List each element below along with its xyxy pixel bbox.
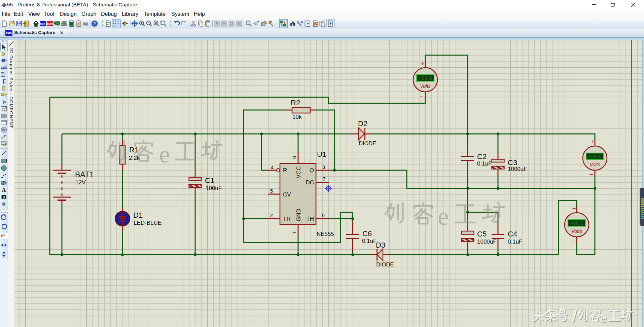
svg-text:e: e [438, 203, 449, 230]
svg-text:10k: 10k [292, 114, 302, 120]
svg-text:7: 7 [323, 176, 325, 182]
svg-text:Q: Q [310, 167, 314, 174]
svg-text:1: 1 [291, 231, 297, 234]
svg-text:8: 8 [291, 156, 297, 159]
svg-text:isis: isis [6, 31, 12, 35]
svg-text:100uF: 100uF [206, 185, 222, 191]
svg-text:C5: C5 [477, 230, 487, 238]
svg-text:C4: C4 [508, 230, 517, 238]
svg-text:−: − [420, 93, 423, 100]
svg-text:DIODE: DIODE [376, 261, 394, 267]
svg-text:Volts: Volts [589, 162, 600, 167]
svg-text:R2: R2 [291, 99, 300, 107]
svg-text:+: + [590, 138, 594, 145]
svg-text:4: 4 [271, 165, 274, 170]
svg-text:D3: D3 [376, 241, 385, 249]
svg-text:VCC: VCC [295, 166, 302, 178]
svg-text:C6: C6 [362, 229, 372, 238]
svg-text:D2: D2 [358, 119, 367, 128]
svg-text:TH: TH [306, 216, 314, 222]
svg-text:+88.8: +88.8 [588, 153, 602, 159]
svg-text:A: A [2, 187, 6, 193]
svg-text:C2: C2 [477, 152, 487, 161]
svg-text:isis: isis [40, 22, 45, 25]
svg-text:−: − [571, 238, 575, 245]
svg-text:+: + [572, 205, 576, 212]
svg-text:+88.8: +88.8 [419, 75, 432, 81]
svg-text:BAT1: BAT1 [75, 170, 94, 179]
svg-text:e: e [159, 141, 170, 168]
svg-text:ARES: ARES [47, 22, 53, 25]
svg-text:CV: CV [283, 191, 291, 198]
svg-text:1000uF: 1000uF [508, 166, 527, 172]
svg-text:U1: U1 [317, 150, 326, 158]
svg-text:DC: DC [306, 179, 314, 186]
svg-text:5: 5 [270, 188, 273, 194]
svg-text:S: S [3, 195, 5, 199]
svg-text:GND: GND [295, 209, 302, 221]
svg-text:0.1uF: 0.1uF [508, 239, 522, 245]
svg-text:Volts: Volts [571, 228, 582, 234]
svg-text:TR: TR [283, 216, 291, 222]
svg-text:$: $ [78, 22, 80, 26]
svg-text:0.1uF: 0.1uF [362, 238, 377, 244]
svg-text:NE555: NE555 [317, 231, 334, 237]
svg-text:12V: 12V [75, 179, 86, 186]
svg-text:LBL: LBL [1, 66, 7, 69]
svg-text:R: R [283, 167, 287, 174]
svg-text:+: + [421, 60, 424, 67]
svg-text:OSSU: OSSU [82, 24, 88, 26]
svg-text:C1: C1 [205, 176, 214, 185]
svg-text:D1: D1 [133, 211, 143, 219]
svg-text:6: 6 [322, 212, 325, 218]
svg-text:DIODE: DIODE [359, 140, 376, 146]
svg-text:−: − [589, 171, 593, 178]
svg-text:Volts: Volts [420, 83, 431, 89]
svg-text:e: e [600, 310, 607, 325]
svg-text:1000uF: 1000uF [477, 239, 497, 245]
svg-text:3: 3 [322, 164, 325, 170]
svg-text:0.1uF: 0.1uF [477, 160, 492, 167]
svg-text:2: 2 [270, 212, 273, 218]
svg-text:LED-BLUE: LED-BLUE [134, 220, 162, 226]
svg-text:+88.8: +88.8 [570, 220, 583, 226]
svg-text:?: ? [93, 21, 96, 26]
